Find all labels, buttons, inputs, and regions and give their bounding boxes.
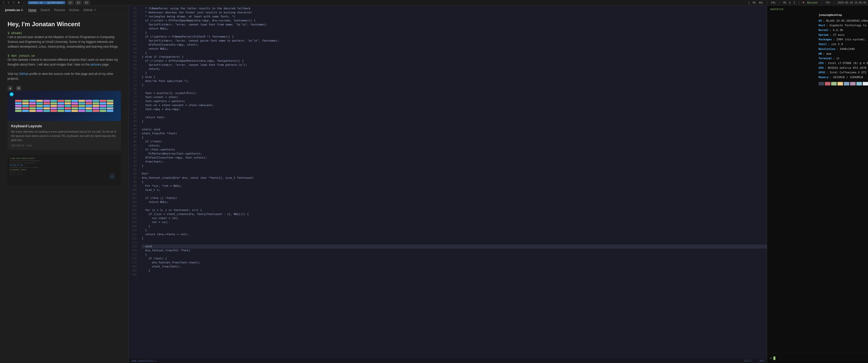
github-icon[interactable]: ⎈	[7, 86, 12, 91]
line-number: 62	[129, 35, 139, 39]
code-line: size_t i;	[142, 188, 767, 192]
pictures-link[interactable]: pictures	[91, 63, 101, 66]
st-tag-3[interactable]: st	[84, 1, 90, 4]
cpu-num: 1	[794, 1, 795, 4]
line-number: 90	[129, 148, 139, 152]
workspace-4[interactable]: 4	[17, 1, 21, 5]
blog-card-keyboard[interactable]: G Keyboard Layouts My many attempts at c…	[7, 91, 121, 150]
browser-tag[interactable]: jonwin.se - qutebrowser	[28, 1, 65, 4]
line-number: 181	[129, 269, 139, 273]
line-number: 65	[129, 47, 139, 51]
intro-text: I am a second year student at the Master…	[7, 35, 121, 50]
neofetch-info-row: Packages: 2984 (nix-system), 548 (nix-us…	[818, 37, 868, 42]
color-swatch	[825, 82, 830, 86]
neofetch-val: : 3440x1440	[836, 47, 855, 52]
workspace-separator: ||	[23, 1, 26, 4]
neofetch-val: : zsh 5.9	[828, 42, 843, 47]
line-number: 93	[129, 160, 139, 164]
line-number: 106	[129, 212, 139, 216]
code-line: XftFontClose(drw->dpy, xfont);	[142, 43, 767, 47]
neofetch-key: Resolution	[818, 47, 835, 52]
logitech-g-logo: G	[9, 92, 13, 96]
code-line: if ((cur = xfont_create(drw, fonts[fontc…	[142, 212, 767, 216]
color-swatch	[850, 82, 856, 86]
line-number: 59	[129, 23, 139, 27]
code-line: cur->next = ret;	[142, 216, 767, 220]
code-line: fprintf(stderr, "error, cannot parse fon…	[142, 39, 767, 43]
line-number: 175	[129, 244, 139, 249]
line-number: 70	[129, 67, 139, 71]
site-content: Hey, I'm Jonatan Wincent $ whoami I am a…	[0, 14, 128, 196]
blog-card-nixos[interactable]: $ sudo nixos-rebuild switch building the…	[7, 155, 121, 185]
status-icon: |	[748, 1, 750, 4]
battery-temp: 46c	[759, 1, 763, 4]
code-line: {	[142, 180, 767, 184]
terminal-arrow: >	[770, 357, 772, 360]
workspace-switcher[interactable]: 1 2 3 4	[1, 1, 21, 5]
line-number: 103	[129, 200, 139, 204]
st-tag-1[interactable]: st	[67, 1, 73, 4]
line-number: 87	[129, 136, 139, 140]
neofetch-info-row: CPU: Intel i7-9700K (8) @ 4.900GHz	[818, 61, 868, 66]
line-number: 73	[129, 79, 139, 83]
line-number: 64	[129, 43, 139, 47]
color-swatches	[818, 82, 868, 86]
line-number: 113	[129, 240, 139, 244]
neofetch-val: : NixOS 24.05.20240503.e9be424 (Uakari) …	[823, 19, 868, 24]
email-icon[interactable]: ✉	[16, 86, 21, 91]
code-line: die("no font specified.");	[142, 79, 767, 83]
line-number: 102	[129, 196, 139, 200]
code-line: return font;	[142, 116, 767, 120]
workspace-2[interactable]: 2	[6, 1, 10, 5]
code-line: for (i = 1; i <= fontcount; i++) {	[142, 208, 767, 212]
color-swatch	[837, 82, 843, 86]
line-numbers: 5556575859606162636465666768697071727374…	[129, 5, 139, 359]
code-line: if (font->pattern)	[142, 148, 767, 152]
github-link[interactable]: GitHub	[19, 72, 28, 76]
nav-pictures[interactable]: Pictures	[54, 8, 65, 12]
neofetch-key: WM	[818, 52, 822, 57]
whoami-cmd: $ whoami	[7, 31, 121, 35]
line-number: 182	[129, 273, 139, 277]
workspace-3[interactable]: 3	[11, 1, 16, 5]
code-line: ret = cur;	[142, 220, 767, 224]
code-line	[142, 240, 767, 244]
nav-links: Home Search Pictures Archive GitHub ↗	[28, 8, 96, 12]
line-number: 68	[129, 59, 139, 63]
line-number: 85	[129, 128, 139, 132]
neofetch-key: Shell	[818, 42, 827, 47]
main-area: jonwin.se⚙ Home Search Pictures Archive …	[0, 5, 868, 363]
nixos-logo	[770, 13, 815, 352]
neofetch-prompt: neofetch	[767, 5, 868, 12]
datetime: 2024-05-20 15:05:01	[838, 1, 867, 4]
nav-github[interactable]: GitHub ↗	[83, 8, 96, 12]
cpu-label: G	[789, 1, 790, 4]
neofetch-key: GPU2	[818, 70, 825, 75]
line-number: 72	[129, 75, 139, 79]
neofetch-val: : Gigabyte Technology Co., Ltd. Z390 AOR…	[826, 23, 868, 28]
neofetch-val: : 6.6.30	[830, 28, 843, 33]
right-panel: neofetch jonwin@desktop OS: NixOS 24.05.…	[767, 5, 868, 363]
gear-icon: ⚙	[21, 8, 23, 11]
line-number: 91	[129, 152, 139, 156]
nav-home[interactable]: Home	[28, 8, 36, 12]
line-number: 57	[129, 14, 139, 19]
code-line: free(font);	[142, 160, 767, 164]
workspace-1[interactable]: 1	[1, 1, 5, 5]
nav-search[interactable]: Search	[40, 8, 50, 12]
nav-archive[interactable]: Archive	[69, 8, 79, 12]
neofetch-info-row: Uptime: 27 mins	[818, 33, 868, 38]
neofetch-info-row: Shell: zsh 5.9	[818, 42, 868, 47]
line-number: 101	[129, 192, 139, 196]
code-line	[142, 204, 767, 208]
line-number: 109	[129, 224, 139, 228]
site-navigation: jonwin.se⚙ Home Search Pictures Archive …	[0, 5, 128, 14]
site-logo[interactable]: jonwin.se⚙	[5, 8, 23, 12]
code-editor-panel: 5556575859606162636465666768697071727374…	[129, 5, 767, 363]
neofetch-key: CPU	[818, 61, 824, 66]
line-number: 88	[129, 140, 139, 144]
code-statusbar: dwm-jonwin/drw.c 175,1 30%	[129, 359, 767, 363]
code-filename: dwm-jonwin/drw.c	[132, 360, 156, 362]
st-tag-2[interactable]: st	[75, 1, 82, 4]
line-number: 86	[129, 132, 139, 136]
